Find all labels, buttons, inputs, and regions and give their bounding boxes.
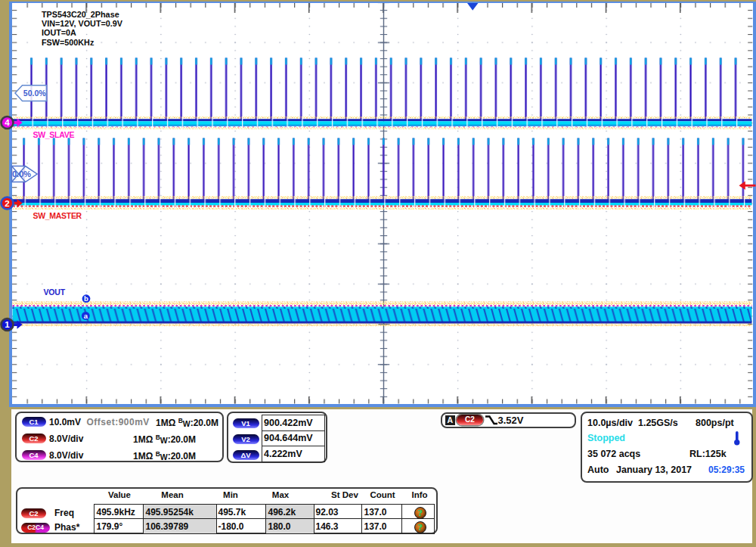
svg-text:TPS543C20_2Phase: TPS543C20_2Phase xyxy=(42,10,119,19)
svg-text:b: b xyxy=(84,294,88,303)
svg-text:VOUT: VOUT xyxy=(44,287,66,297)
svg-text:50.0%: 50.0% xyxy=(23,89,46,98)
svg-text:IOUT=0A: IOUT=0A xyxy=(42,28,76,37)
svg-text:a: a xyxy=(84,312,88,320)
svg-text:1: 1 xyxy=(5,320,10,329)
svg-text:SW_MASTER: SW_MASTER xyxy=(33,211,82,220)
svg-text:VIN=12V, VOUT=0.9V: VIN=12V, VOUT=0.9V xyxy=(42,19,123,28)
svg-text:0.0%: 0.0% xyxy=(12,169,31,179)
svg-text:4: 4 xyxy=(5,118,10,127)
svg-text:FSW=500KHz: FSW=500KHz xyxy=(42,38,94,47)
svg-text:SW_SLAVE: SW_SLAVE xyxy=(33,130,75,139)
svg-text:2: 2 xyxy=(5,199,9,208)
